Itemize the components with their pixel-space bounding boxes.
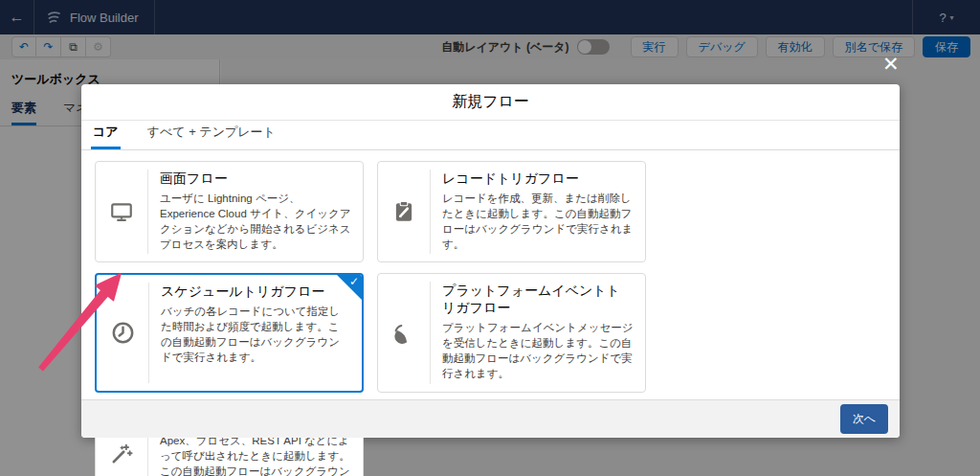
card-title: レコードトリガフロー [442,170,634,188]
modal-header: 新規フロー [81,84,900,121]
tab-all-templates[interactable]: すべて + テンプレート [145,124,278,149]
modal-title: 新規フロー [452,92,529,112]
card-description: ユーザに Lightning ページ、Experience Cloud サイト、… [160,192,351,252]
check-icon: ✓ [349,275,359,288]
card-platform-event-triggered-flow[interactable]: プラットフォームイベントトリガフロー プラットフォームイベントメッセージを受信し… [377,273,646,392]
broadcast-icon [378,274,430,391]
close-icon: ✕ [882,53,900,75]
new-flow-modal: 新規フロー コア すべて + テンプレート 画面フロー ユーザに Li [81,84,900,438]
card-title: プラットフォームイベントトリガフロー [442,283,634,317]
record-edit-icon [378,162,430,261]
modal-tabs: コア すべて + テンプレート [81,121,900,150]
card-screen-flow[interactable]: 画面フロー ユーザに Lightning ページ、Experience Clou… [95,161,364,262]
tab-core[interactable]: コア [91,124,121,149]
flow-builder-app: ← Flow Builder ? ▾ ↶ ↷ ⧉ ⚙ [0,0,980,476]
card-schedule-triggered-flow[interactable]: スケジュールトリガフロー バッチの各レコードについて指定した時間および頻度で起動… [95,273,364,392]
card-description: バッチの各レコードについて指定した時間および頻度で起動します。この自動起動フロー… [161,305,350,365]
modal-close-button[interactable]: ✕ [882,54,900,74]
card-description: レコードを作成、更新、または削除したときに起動します。この自動起動フローはバック… [442,192,634,252]
modal-footer: 次へ [81,399,900,438]
clock-icon [97,275,148,390]
card-title: 画面フロー [160,170,351,188]
card-description: プラットフォームイベントメッセージを受信したときに起動します。この自動起動フロー… [442,321,634,381]
card-description: Apex、プロセス、REST API などによって呼び出されたときに起動します。… [160,434,351,476]
desktop-icon [96,162,147,261]
card-title: スケジュールトリガフロー [161,283,350,301]
next-button[interactable]: 次へ [840,404,888,434]
card-record-triggered-flow[interactable]: レコードトリガフロー レコードを作成、更新、または削除したときに起動します。この… [377,161,646,262]
